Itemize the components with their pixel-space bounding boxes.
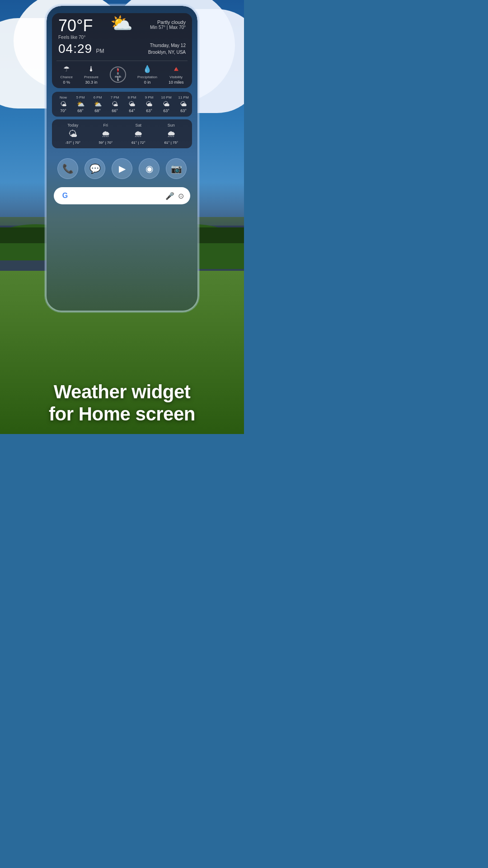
condition-text: Partly cloudy [150, 19, 186, 25]
promo-text-container: Weather widgetfor Home screen [0, 381, 244, 425]
microphone-icon[interactable]: 🎤 [165, 192, 174, 200]
feels-like-row: Feels like 70° [52, 35, 192, 42]
condition-area: Partly cloudy Min 57° | Max 70° [150, 18, 186, 30]
day-item: Sat 🌧 61° | 72° [125, 123, 152, 145]
lens-icon[interactable]: ⊙ [178, 192, 184, 200]
compass-display: N S 8mph [110, 66, 126, 83]
stats-row: ☂ Chance 0 % 🌡 Pressure 30.3 in N S [52, 61, 192, 88]
time-container: 04:29 PM [58, 42, 104, 56]
day-item: Sun 🌧 61° | 75° [158, 123, 185, 145]
hour-item: 9 PM 🌥 63° [141, 95, 158, 113]
dock-play-store[interactable]: ▶ [112, 158, 132, 179]
day-item: Today 🌤 -57° | 70° [59, 123, 86, 145]
chance-icon: ☂ [63, 65, 70, 73]
stat-wind: N S 8mph [110, 66, 126, 83]
daily-row: Today 🌤 -57° | 70° Fri 🌧 59° | 70° Sat 🌧… [56, 123, 188, 145]
min-max-display: Min 57° | Max 70° [150, 25, 186, 30]
dock-phone[interactable]: 📞 [57, 158, 78, 179]
daily-forecast: Today 🌤 -57° | 70° Fri 🌧 59° | 70° Sat 🌧… [52, 119, 192, 148]
date-location-display: Thursday, May 12 Brooklyn, NY, USA [148, 42, 186, 56]
hour-item: Now 🌤 70° [55, 95, 72, 113]
stat-visibility: 🔺 Visibility 10 miles [169, 65, 184, 85]
stat-pressure: 🌡 Pressure 30.3 in [84, 65, 99, 85]
day-item: Fri 🌧 59° | 70° [92, 123, 119, 145]
time-date-row: 04:29 PM Thursday, May 12 Brooklyn, NY, … [52, 42, 192, 61]
weather-widget[interactable]: 70°F ⛅ Partly cloudy Min 57° | Max 70° F… [52, 13, 192, 88]
dock-camera[interactable]: 📷 [166, 158, 187, 179]
dock-messages[interactable]: 💬 [84, 158, 105, 179]
hourly-row: Now 🌤 70° 5 PM ⛅ 68° 6 PM ⛅ 68° 7 PM 🌤 6… [55, 95, 189, 113]
dock-chrome[interactable]: ◉ [139, 158, 160, 179]
app-dock: 📞💬▶◉📷 [47, 153, 197, 184]
search-bar[interactable]: G 🎤 ⊙ [54, 187, 190, 204]
weather-icon-container: ⛅ [110, 14, 133, 32]
phone-screen: 70°F ⛅ Partly cloudy Min 57° | Max 70° F… [47, 6, 197, 311]
phone-frame: 70°F ⛅ Partly cloudy Min 57° | Max 70° F… [45, 5, 199, 312]
hourly-forecast: Now 🌤 70° 5 PM ⛅ 68° 6 PM ⛅ 68° 7 PM 🌤 6… [52, 92, 192, 117]
visibility-icon: 🔺 [172, 65, 181, 73]
ampm-display: PM [96, 48, 104, 54]
hour-item: 8 PM 🌥 64° [123, 95, 141, 113]
weather-header: 70°F ⛅ Partly cloudy Min 57° | Max 70° [52, 13, 192, 35]
pressure-icon: 🌡 [88, 65, 95, 73]
hour-item: 7 PM 🌤 66° [106, 95, 123, 113]
hour-item: 5 PM ⛅ 68° [72, 95, 89, 113]
hour-item: 10 PM 🌥 63° [158, 95, 175, 113]
hour-item: 6 PM ⛅ 68° [89, 95, 106, 113]
hour-item: 11 PM 🌥 63° [175, 95, 192, 113]
stat-precipitation: 💧 Precipitation 0 in [137, 65, 157, 85]
weather-icon: ⛅ [110, 14, 133, 32]
promo-title: Weather widgetfor Home screen [9, 381, 235, 425]
time-display: 04:29 [58, 42, 92, 56]
stat-chance: ☂ Chance 0 % [60, 65, 73, 85]
temperature-display: 70°F [58, 18, 93, 34]
google-logo: G [60, 191, 70, 201]
precip-icon: 💧 [143, 65, 152, 73]
